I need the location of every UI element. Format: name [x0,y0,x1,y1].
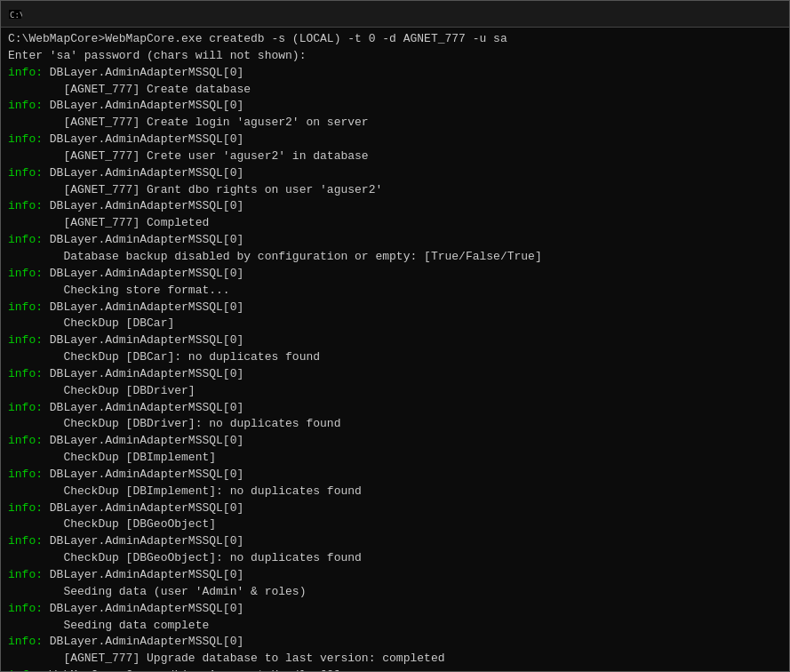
terminal-line: info: DBLayer.AdminAdapterMSSQL[0] [8,601,782,618]
terminal-line: Checking store format... [8,283,782,300]
terminal-line: info: DBLayer.AdminAdapterMSSQL[0] [8,366,782,383]
window-controls [656,1,782,28]
terminal-line: info: DBLayer.AdminAdapterMSSQL[0] [8,65,782,82]
terminal-line: info: DBLayer.AdminAdapterMSSQL[0] [8,500,782,517]
terminal-line: CheckDup [DBDriver] [8,383,782,400]
terminal-line: CheckDup [DBImplement]: no duplicates fo… [8,484,782,500]
terminal-line: info: DBLayer.AdminAdapterMSSQL[0] [8,634,782,651]
terminal-line: info: DBLayer.AdminAdapterMSSQL[0] [8,98,782,115]
terminal-line: info: WebMapCore.CommandLine.ArgumentsHa… [8,668,782,671]
terminal-body[interactable]: C:\WebMapCore>WebMapCore.exe createdb -s… [1,28,789,671]
terminal-line: CheckDup [DBImplement] [8,450,782,467]
terminal-line: info: DBLayer.AdminAdapterMSSQL[0] [8,467,782,484]
terminal-line: info: DBLayer.AdminAdapterMSSQL[0] [8,300,782,316]
title-bar: C:\> [1,1,789,28]
terminal-line: [AGNET_777] Grant dbo rights on user 'ag… [8,182,782,199]
svg-text:C:\>: C:\> [10,11,22,20]
minimize-button[interactable] [656,1,697,28]
terminal-line: info: DBLayer.AdminAdapterMSSQL[0] [8,198,782,215]
terminal-line: info: DBLayer.AdminAdapterMSSQL[0] [8,433,782,450]
terminal-line: CheckDup [DBGeoObject] [8,516,782,533]
cmd-window: C:\> C:\WebMapCore>WebMapCore.exe create… [0,0,790,672]
terminal-line: Seeding data (user 'Admin' & roles) [8,584,782,601]
terminal-line: Seeding data complete [8,618,782,635]
terminal-line: info: DBLayer.AdminAdapterMSSQL[0] [8,165,782,182]
terminal-line: C:\WebMapCore>WebMapCore.exe createdb -s… [8,31,782,48]
terminal-line: info: DBLayer.AdminAdapterMSSQL[0] [8,400,782,417]
terminal-line: CheckDup [DBCar]: no duplicates found [8,349,782,366]
terminal-line: [AGNET_777] Upgrade database to last ver… [8,651,782,668]
terminal-line: CheckDup [DBCar] [8,316,782,332]
terminal-line: [AGNET_777] Completed [8,215,782,232]
cmd-icon: C:\> [8,7,22,21]
terminal-line: info: DBLayer.AdminAdapterMSSQL[0] [8,567,782,584]
terminal-line: info: DBLayer.AdminAdapterMSSQL[0] [8,266,782,283]
terminal-line: info: DBLayer.AdminAdapterMSSQL[0] [8,533,782,550]
terminal-line: CheckDup [DBDriver]: no duplicates found [8,416,782,433]
close-button[interactable] [741,1,782,28]
terminal-line: [AGNET_777] Create database [8,82,782,99]
terminal-line: [AGNET_777] Create login 'aguser2' on se… [8,115,782,132]
terminal-line: info: DBLayer.AdminAdapterMSSQL[0] [8,132,782,148]
maximize-button[interactable] [698,1,739,28]
terminal-line: info: DBLayer.AdminAdapterMSSQL[0] [8,232,782,249]
terminal-line: CheckDup [DBGeoObject]: no duplicates fo… [8,550,782,567]
terminal-line: info: DBLayer.AdminAdapterMSSQL[0] [8,332,782,349]
terminal-line: Database backup disabled by configuratio… [8,249,782,266]
terminal-line: [AGNET_777] Crete user 'aguser2' in data… [8,148,782,165]
terminal-line: Enter 'sa' password (chars will not show… [8,48,782,65]
